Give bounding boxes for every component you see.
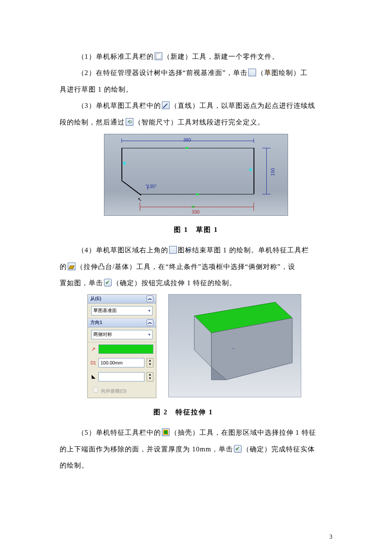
step-2-line2: 具进行草图 1 的绘制。 xyxy=(60,83,332,96)
figure-2-caption: 图 2 特征拉伸 1 xyxy=(34,406,332,419)
dim-angle: 135° xyxy=(147,182,157,191)
direction-combo[interactable]: 两侧对称 ▾ xyxy=(91,330,153,339)
dim-380: 380 xyxy=(183,136,191,145)
step-1: （1）单机标准工具栏的（新建）工具，新建一个零件文件。 xyxy=(60,50,332,63)
step5-b: （抽壳）工具，在图形区域中选择拉伸 1 特征 xyxy=(170,429,316,436)
draft-outward-row: 向外拔模(O) xyxy=(88,384,156,398)
step-5-line1: （5）单机特征工具栏中的（抽壳）工具，在图形区域中选择拉伸 1 特征 xyxy=(60,426,332,439)
step-4-line3: 置如图，单击（确定）按钮完成拉伸 1 特征的绘制。 xyxy=(60,277,332,289)
step4-d: （拉伸凸台/基体）工具，在“终止条件”选项框中选择“俩侧对称”，设 xyxy=(76,263,295,270)
step5-d: （确定）完成特征实体 xyxy=(242,445,315,453)
ok-check-icon xyxy=(234,445,242,453)
figure-1-caption: 图 1 草图 1 xyxy=(60,223,332,236)
step1-text-a: （1）单机标准工具栏的 xyxy=(78,53,154,60)
panel-header-direction[interactable]: 方向1 ︽ xyxy=(88,318,156,327)
step3-c: 段的绘制，然后通过 xyxy=(60,119,125,126)
smart-dimension-icon xyxy=(126,118,133,126)
extrude-preview-viewport: ⌐ xyxy=(168,294,301,397)
step-5-line2: 的上下端面作为移除的面，并设置厚度为 10mm，单击（确定）完成特征实体 xyxy=(60,443,332,456)
from-combo-value: 草图基准面 xyxy=(93,306,117,315)
draft-input[interactable] xyxy=(98,372,144,382)
figure-2-row: 从(E) ︽ 草图基准面 ▾ 方向1 ︽ 两侧对称 ▾ ↗ xyxy=(87,294,332,398)
step1-text-b: （新建）工具，新建一个零件文件。 xyxy=(163,53,279,60)
extrude-boss-icon xyxy=(68,263,75,270)
chevron-down-icon: ▾ xyxy=(148,306,150,315)
draft-input-row: ◣ ▲▼ xyxy=(88,370,156,384)
step4-c: 的 xyxy=(60,263,67,270)
extrude-3d-icon: ⌐ xyxy=(169,295,301,397)
ok-check-icon xyxy=(104,279,112,286)
collapse-icon[interactable]: ︽ xyxy=(147,295,153,302)
draft-icon[interactable]: ◣ xyxy=(90,372,96,382)
shell-tool-icon xyxy=(162,428,170,436)
direction-face-field[interactable] xyxy=(98,344,153,354)
direction-face-input-row: ↗ xyxy=(88,342,156,356)
collapse-icon[interactable]: ︽ xyxy=(147,319,153,326)
direction-arrow-icon[interactable]: ↗ xyxy=(90,344,96,354)
depth-input-row: D1 100.00mm ▲▼ xyxy=(88,356,156,370)
hdr-dir-label: 方向1 xyxy=(90,318,102,327)
extrude-property-panel: 从(E) ︽ 草图基准面 ▾ 方向1 ︽ 两侧对称 ▾ ↗ xyxy=(87,294,156,398)
draft-spinner[interactable]: ▲▼ xyxy=(147,372,153,382)
depth-input[interactable]: 100.00mm xyxy=(98,358,144,367)
step5-a: （5）单机特征工具栏中的 xyxy=(78,429,161,436)
step5-c: 的上下端面作为移除的面，并设置厚度为 10mm，单击 xyxy=(60,445,233,453)
step-3-line1: （3）单机草图工具栏中的（直线）工具，以草图远点为起点进行连续线 xyxy=(60,99,332,112)
figure-sketch-1: 135° 380 150 330 ↖ xyxy=(104,134,288,216)
step-2-line1: （2）在特征管理器设计树中选择“前视基准面”，单击（草图绘制）工 xyxy=(60,66,332,79)
dim-330: 330 xyxy=(192,208,199,217)
step4-b: 图标结束草图 1 的绘制。单机特征工具栏 xyxy=(178,246,309,254)
from-combo[interactable]: 草图基准面 ▾ xyxy=(91,306,153,315)
page-number: 3 xyxy=(329,532,332,543)
step-3-line2: 段的绘制，然后通过（智能尺寸）工具对线段进行完全定义。 xyxy=(60,116,332,129)
line-tool-icon xyxy=(162,101,170,109)
step4-f: （确定）按钮完成拉伸 1 特征的绘制。 xyxy=(112,279,236,286)
step-4-line1: （4）单机草图区域右上角的图标结束草图 1 的绘制。单机特征工具栏 xyxy=(60,244,332,257)
dim-150: 150 xyxy=(268,168,277,176)
step2-a: （2）在特征管理器设计树中选择“前视基准面”，单击 xyxy=(78,69,248,76)
step4-a: （4）单机草图区域右上角的 xyxy=(78,246,168,254)
step-5-line3: 的绘制。 xyxy=(60,459,332,472)
chevron-down-icon: ▾ xyxy=(148,330,150,338)
direction-combo-value: 两侧对称 xyxy=(93,330,112,339)
step3-a: （3）单机草图工具栏中的 xyxy=(78,102,161,109)
svg-text:⌐: ⌐ xyxy=(233,345,236,351)
hdr-from-label: 从(E) xyxy=(90,294,101,303)
step3-d: （智能尺寸）工具对线段进行完全定义。 xyxy=(134,119,265,126)
step-4-line2: 的（拉伸凸台/基体）工具，在“终止条件”选项框中选择“俩侧对称”，设 xyxy=(60,260,332,273)
step2-b: （草图绘制）工 xyxy=(257,69,308,76)
step3-b: （直线）工具，以草图远点为起点进行连续线 xyxy=(170,102,315,109)
draft-outward-label: 向外拔模(O) xyxy=(101,388,127,393)
draft-outward-checkbox[interactable] xyxy=(93,387,98,393)
sketch-draw-icon xyxy=(248,69,256,76)
exit-sketch-icon xyxy=(169,246,177,254)
panel-header-from[interactable]: 从(E) ︽ xyxy=(88,295,156,304)
depth-symbol-icon: D1 xyxy=(90,359,96,367)
depth-spinner[interactable]: ▲▼ xyxy=(147,358,153,367)
step4-e: 置如图，单击 xyxy=(60,279,103,286)
new-file-icon xyxy=(155,52,162,60)
